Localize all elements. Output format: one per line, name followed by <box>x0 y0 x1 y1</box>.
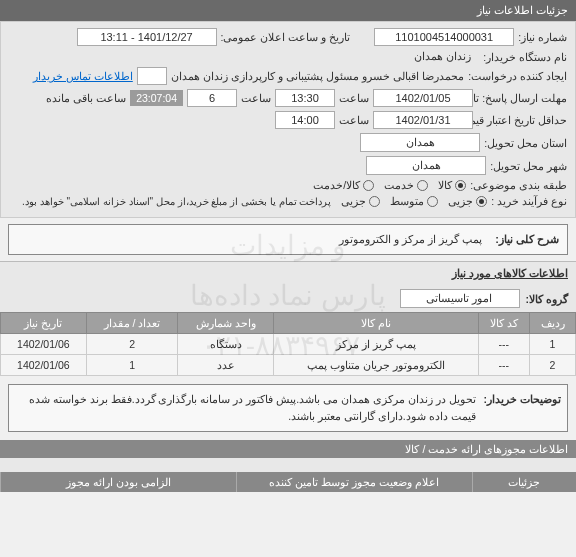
radio-service[interactable] <box>417 180 428 191</box>
category-label: طبقه بندی موضوعی: <box>470 179 567 191</box>
table-header: تعداد / مقدار <box>86 313 178 334</box>
need-desc-label: شرح کلی نیاز: <box>495 233 559 245</box>
table-cell: 2 <box>530 355 576 376</box>
process-label: نوع فرآیند خرید : <box>491 195 567 207</box>
requester-label: ایجاد کننده درخواست: <box>468 70 567 82</box>
delivery-province-label: استان محل تحویل: <box>484 137 567 149</box>
radio-goods[interactable] <box>455 180 466 191</box>
table-row[interactable]: 2---الکتروموتور جریان متناوب پمپعدد11402… <box>1 355 576 376</box>
category-radio-group: کالا خدمت کالا/خدمت <box>313 179 466 191</box>
table-header: ردیف <box>530 313 576 334</box>
need-description-box: شرح کلی نیاز: پمپ گریز از مرکز و الکتروم… <box>8 224 568 255</box>
public-dt-label: تاریخ و ساعت اعلان عمومی: <box>221 31 351 43</box>
remaining-label: ساعت باقی مانده <box>46 92 126 104</box>
buyer-value: زندان همدان <box>414 50 471 63</box>
table-cell: 1402/01/06 <box>1 355 87 376</box>
table-cell: --- <box>478 355 529 376</box>
deadline-time: 13:30 <box>275 89 335 107</box>
delivery-city: همدان <box>366 156 486 175</box>
table-cell: 1402/01/06 <box>1 334 87 355</box>
buyer-label: نام دستگاه خریدار: <box>483 51 567 63</box>
bottom-col2: اعلام وضعیت مجوز توسط تامین کننده <box>236 472 472 492</box>
deadline-days: 6 <box>187 89 237 107</box>
time-label-2: ساعت <box>241 92 271 104</box>
bottom-header: جزئیات اعلام وضعیت مجوز توسط تامین کننده… <box>0 472 576 492</box>
radio-goods-label: کالا <box>438 179 452 191</box>
table-cell: پمپ گریز از مرکز <box>274 334 478 355</box>
public-dt-field: 1401/12/27 - 13:11 <box>77 28 217 46</box>
table-cell: دستگاه <box>178 334 274 355</box>
time-label-3: ساعت <box>339 114 369 126</box>
requester-value: محمدرضا اقبالی خسرو مسئول پشتیبانی و کار… <box>171 70 464 83</box>
radio-service-label: خدمت <box>384 179 414 191</box>
goods-table: ردیفکد کالانام کالاواحد شمارشتعداد / مقد… <box>0 312 576 376</box>
table-header: تاریخ نیاز <box>1 313 87 334</box>
table-header: نام کالا <box>274 313 478 334</box>
permits-section-title: اطلاعات مجوزهای ارائه خدمت / کالا <box>0 440 576 458</box>
contact-box <box>137 67 167 85</box>
table-cell: عدد <box>178 355 274 376</box>
remaining-badge: 23:07:04 <box>130 90 183 106</box>
goods-section-title: اطلاعات کالاهای مورد نیاز <box>0 261 576 285</box>
table-row[interactable]: 1---پمپ گریز از مرکزدستگاه21402/01/06 <box>1 334 576 355</box>
radio-large[interactable] <box>369 196 380 207</box>
radio-medium-label: متوسط <box>390 195 424 207</box>
bottom-col1: جزئیات <box>472 472 577 492</box>
table-header: واحد شمارش <box>178 313 274 334</box>
buyer-notes-box: توضیحات خریدار: تحویل در زندان مرکزی همد… <box>8 384 568 432</box>
radio-goods-service[interactable] <box>363 180 374 191</box>
contact-link[interactable]: اطلاعات تماس خریدار <box>33 70 133 82</box>
radio-medium[interactable] <box>427 196 438 207</box>
delivery-city-label: شهر محل تحویل: <box>490 160 567 172</box>
details-panel: شماره نیاز: 1101004514000031 تاریخ و ساع… <box>0 21 576 218</box>
group-label: گروه کالا: <box>526 293 568 305</box>
bottom-col3: الزامی بودن ارائه مجوز <box>0 472 236 492</box>
radio-small[interactable] <box>476 196 487 207</box>
delivery-province: همدان <box>360 133 480 152</box>
radio-goods-service-label: کالا/خدمت <box>313 179 360 191</box>
table-cell: --- <box>478 334 529 355</box>
buyer-notes-text: تحویل در زندان مرکزی همدان می باشد.پیش ف… <box>15 391 476 425</box>
deadline-date: 1402/01/05 <box>373 89 473 107</box>
radio-large-label: جزیی <box>341 195 366 207</box>
table-cell: 1 <box>530 334 576 355</box>
process-note: پرداخت تمام یا بخشی از مبلغ خرید،از محل … <box>22 196 331 207</box>
page-header: جزئیات اطلاعات نیاز <box>0 0 576 21</box>
page-title: جزئیات اطلاعات نیاز <box>477 4 568 16</box>
table-cell: 1 <box>86 355 178 376</box>
group-value: امور تاسیساتی <box>400 289 520 308</box>
validity-time: 14:00 <box>275 111 335 129</box>
table-cell: الکتروموتور جریان متناوب پمپ <box>274 355 478 376</box>
need-no-label: شماره نیاز: <box>518 31 567 43</box>
validity-date: 1402/01/31 <box>373 111 473 129</box>
process-radio-group: جزیی متوسط جزیی <box>341 195 487 207</box>
validity-label: حداقل تاریخ اعتبار قیمت: تا تاریخ: <box>477 114 567 126</box>
need-no-field: 1101004514000031 <box>374 28 514 46</box>
table-header: کد کالا <box>478 313 529 334</box>
table-cell: 2 <box>86 334 178 355</box>
radio-small-label: جزیی <box>448 195 473 207</box>
deadline-label: مهلت ارسال پاسخ: تا تاریخ: <box>477 92 567 104</box>
time-label-1: ساعت <box>339 92 369 104</box>
need-desc-text: پمپ گریز از مرکز و الکتروموتور <box>339 233 482 245</box>
buyer-notes-label: توضیحات خریدار: <box>484 391 561 425</box>
